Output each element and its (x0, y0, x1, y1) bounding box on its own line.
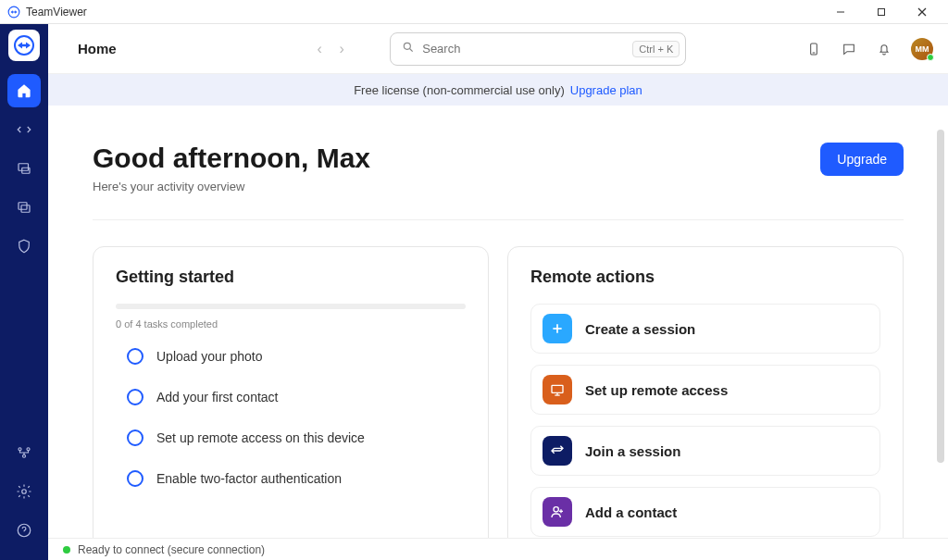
main-panel: Home ‹ › Ctrl + K (48, 24, 948, 560)
greeting-title: Good afternoon, Max (93, 143, 370, 174)
svg-point-15 (405, 43, 411, 49)
svg-line-16 (410, 48, 413, 51)
task-item[interactable]: Upload your photo (127, 348, 466, 365)
upgrade-button[interactable]: Upgrade (820, 143, 904, 176)
svg-rect-6 (19, 164, 29, 171)
getting-started-card: Getting started 0 of 4 tasks completed U… (93, 246, 489, 538)
getting-started-title: Getting started (116, 268, 466, 287)
status-bar: Ready to connect (secure connection) (48, 538, 948, 560)
task-circle-icon (127, 389, 143, 405)
nav-arrows: ‹ › (308, 41, 353, 57)
swap-icon (543, 436, 572, 466)
sidebar (0, 24, 48, 560)
bell-icon[interactable] (876, 41, 892, 57)
action-create-session[interactable]: Create a session (530, 304, 880, 354)
plus-icon (543, 314, 572, 343)
task-circle-icon (127, 429, 143, 446)
teamviewer-icon (7, 6, 20, 19)
svg-point-11 (27, 448, 30, 451)
action-label: Add a contact (585, 504, 677, 520)
sidebar-item-home[interactable] (7, 74, 41, 107)
nav-back-button[interactable]: ‹ (308, 41, 331, 57)
avatar-initials: MM (915, 44, 929, 54)
avatar[interactable]: MM (911, 38, 933, 60)
svg-point-12 (23, 454, 26, 457)
action-label: Set up remote access (585, 382, 728, 398)
status-dot-icon (63, 546, 70, 554)
sidebar-item-remote[interactable] (7, 113, 41, 146)
action-label: Join a session (585, 443, 680, 459)
license-text: Free license (non-commercial use only) (354, 83, 565, 97)
sidebar-item-security[interactable] (7, 230, 41, 263)
task-circle-icon (127, 348, 143, 365)
action-setup-remote-access[interactable]: Set up remote access (530, 365, 880, 415)
svg-rect-21 (552, 385, 563, 392)
monitor-icon (543, 375, 572, 404)
content-scroll[interactable]: Good afternoon, Max Here's your activity… (48, 106, 948, 538)
remote-actions-card: Remote actions Create a session (507, 246, 904, 538)
task-item[interactable]: Enable two-factor authentication (127, 470, 466, 487)
svg-rect-2 (879, 8, 885, 15)
window-minimize-button[interactable] (822, 1, 859, 23)
user-plus-icon (543, 497, 572, 527)
search-input[interactable] (422, 42, 625, 56)
greeting-subtitle: Here's your activity overview (93, 180, 370, 193)
task-item[interactable]: Add your first contact (127, 389, 466, 405)
status-dot-icon (927, 54, 934, 61)
action-add-contact[interactable]: Add a contact (530, 487, 880, 537)
search-shortcut: Ctrl + K (632, 41, 680, 57)
task-label: Set up remote access on this device (156, 430, 365, 445)
app-logo[interactable] (8, 30, 40, 61)
task-item[interactable]: Set up remote access on this device (127, 429, 466, 446)
status-text: Ready to connect (secure connection) (78, 543, 265, 556)
svg-rect-8 (19, 203, 27, 210)
top-header: Home ‹ › Ctrl + K (48, 24, 948, 74)
page-title: Home (78, 41, 117, 56)
progress-bar (116, 304, 466, 309)
search-icon (402, 41, 415, 57)
search-box[interactable]: Ctrl + K (390, 32, 686, 66)
window-maximize-button[interactable] (863, 1, 900, 23)
task-label: Enable two-factor authentication (156, 471, 342, 486)
scrollbar[interactable] (937, 130, 944, 463)
window-close-button[interactable] (904, 1, 941, 23)
sidebar-item-sessions[interactable] (7, 191, 41, 224)
progress-label: 0 of 4 tasks completed (116, 318, 466, 330)
window-title: TeamViewer (26, 6, 87, 19)
action-join-session[interactable]: Join a session (530, 426, 880, 476)
task-label: Add your first contact (156, 390, 279, 404)
license-banner: Free license (non-commercial use only) U… (48, 74, 948, 106)
svg-point-10 (19, 448, 21, 451)
svg-point-24 (554, 507, 558, 512)
action-label: Create a session (585, 321, 695, 337)
nav-forward-button[interactable]: › (331, 41, 353, 57)
task-circle-icon (127, 470, 143, 487)
sidebar-item-workflows[interactable] (7, 436, 41, 469)
sidebar-item-devices[interactable] (7, 152, 41, 185)
device-icon[interactable] (805, 41, 822, 57)
upgrade-plan-link[interactable]: Upgrade plan (570, 83, 642, 97)
task-label: Upload your photo (156, 349, 262, 364)
svg-rect-9 (21, 205, 30, 213)
svg-point-13 (22, 490, 27, 494)
chat-icon[interactable] (841, 41, 857, 57)
sidebar-item-help[interactable] (7, 514, 41, 547)
sidebar-item-settings[interactable] (7, 475, 41, 508)
window-titlebar: TeamViewer (0, 0, 948, 24)
remote-actions-title: Remote actions (530, 268, 880, 287)
